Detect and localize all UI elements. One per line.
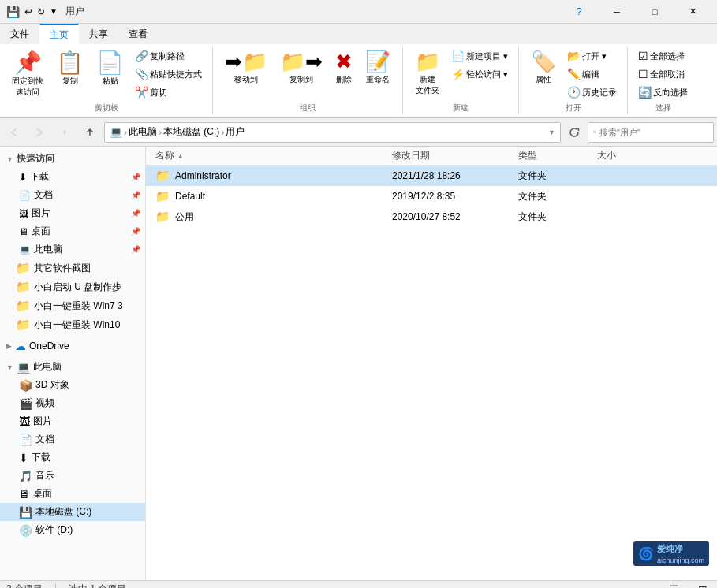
sidebar-item-video[interactable]: 🎬 视频: [0, 394, 145, 412]
table-row[interactable]: 📁 公用 2020/10/27 8:52 文件夹: [146, 207, 717, 227]
nav-forward-button[interactable]: [28, 121, 50, 143]
file-name-administrator: 📁 Administrator: [149, 169, 386, 183]
sidebar-quick-access-header[interactable]: ▼ 快速访问: [0, 150, 145, 168]
pin-icon: 📌: [14, 50, 42, 76]
sidebar-item-xiaobai-u[interactable]: 📁 小白启动 U 盘制作步: [0, 277, 145, 296]
search-box[interactable]: [588, 122, 714, 143]
sidebar-item-xiaobai-win10[interactable]: 📁 小白一键重装 Win10: [0, 315, 145, 334]
pin-icon4: 📌: [131, 227, 140, 236]
minimize-button[interactable]: ─: [599, 0, 635, 24]
new-folder-button[interactable]: 📁 新建文件夹: [409, 47, 446, 99]
pin-icon3: 📌: [131, 209, 140, 218]
folder-icon-other: 📁: [16, 261, 31, 275]
paste-shortcut-button[interactable]: 📎 粘贴快捷方式: [131, 65, 206, 83]
deselect-all-button[interactable]: ☐ 全部取消: [634, 65, 692, 83]
quick-access-undo-icon[interactable]: ↩: [24, 6, 32, 17]
col-size[interactable]: 大小: [591, 149, 654, 162]
sidebar-item-other-software[interactable]: 📁 其它软件截图: [0, 259, 145, 277]
nav-back-button[interactable]: [3, 121, 25, 143]
file-type-administrator: 文件夹: [512, 169, 591, 183]
sidebar-item-desktop2[interactable]: 🖥 桌面: [0, 485, 145, 503]
tab-home[interactable]: 主页: [39, 24, 79, 44]
table-row[interactable]: 📁 Administrator 2021/1/28 18:26 文件夹: [146, 166, 717, 186]
sidebar-item-thispc-header[interactable]: ▼ 💻 此电脑: [0, 358, 145, 376]
rename-button[interactable]: 📝 重命名: [360, 47, 396, 87]
help-button[interactable]: ?: [561, 0, 597, 24]
ribbon-tab-bar: 文件 主页 共享 查看: [0, 24, 717, 44]
maximize-button[interactable]: □: [637, 0, 673, 24]
view-details-icon[interactable]: ☰: [666, 582, 682, 589]
thispc-header-label: 此电脑: [33, 360, 62, 374]
thispc-header-icon: 💻: [17, 361, 30, 374]
status-separator: [55, 584, 56, 589]
copy-button[interactable]: 📋 复制: [50, 47, 89, 89]
delete-icon: ✖: [335, 50, 353, 74]
onedrive-arrow: ▶: [6, 342, 12, 350]
new-item-button[interactable]: 📄 新建项目 ▾: [447, 47, 512, 65]
tab-share[interactable]: 共享: [79, 24, 118, 44]
ribbon-group-select: ☑ 全部选择 ☐ 全部取消 🔄 反向选择 选择: [628, 47, 698, 114]
sidebar-item-downloads[interactable]: ⬇ 下载: [0, 448, 145, 467]
history-button[interactable]: 🕐 历史记录: [563, 84, 621, 101]
sidebar-xiaobai-u-label: 小白启动 U 盘制作步: [34, 281, 121, 294]
open-button[interactable]: 📂 打开 ▾: [563, 47, 621, 65]
status-bar: 3 个项目 选中 1 个项目 ☰ ⊞: [0, 580, 717, 588]
video-icon: 🎬: [19, 397, 32, 410]
sidebar-item-music[interactable]: 🎵 音乐: [0, 467, 145, 485]
tab-file[interactable]: 文件: [0, 24, 39, 44]
cut-button[interactable]: ✂️ 剪切: [131, 84, 206, 101]
sidebar-item-xiaobai-win7[interactable]: 📁 小白一键重装 Win7 3: [0, 296, 145, 315]
sidebar-item-disk-d[interactable]: 💿 软件 (D:): [0, 521, 145, 539]
move-to-button[interactable]: ➡📁 移动到: [219, 47, 273, 87]
organize-items: ➡📁 移动到 📁➡ 复制到 ✖ 删除 📝 重命名: [219, 47, 396, 101]
select-items: ☑ 全部选择 ☐ 全部取消 🔄 反向选择: [634, 47, 692, 101]
tab-view[interactable]: 查看: [118, 24, 158, 44]
refresh-button[interactable]: [564, 122, 584, 143]
delete-button[interactable]: ✖ 删除: [330, 47, 358, 87]
sidebar-pictures-label: 图片: [32, 207, 50, 220]
sidebar-item-onedrive[interactable]: ▶ ☁ OneDrive: [0, 337, 145, 355]
path-dropdown-icon[interactable]: ▼: [548, 128, 555, 136]
edit-button[interactable]: ✏️ 编辑: [563, 65, 621, 83]
desktop-icon: 🖥: [19, 226, 28, 237]
folder-icon-xiaobai-u: 📁: [16, 280, 31, 294]
sidebar-item-download[interactable]: ⬇ 下载 📌: [0, 168, 145, 186]
sidebar-item-thispc-quick[interactable]: 💻 此电脑 📌: [0, 240, 145, 259]
window-controls: ? ─ □ ✕: [561, 0, 711, 24]
pin-to-quick-access-button[interactable]: 📌 固定到快速访问: [6, 47, 49, 100]
select-group-label: 选择: [655, 101, 671, 114]
sidebar-item-images[interactable]: 🖼 图片: [0, 412, 145, 430]
select-all-button[interactable]: ☑ 全部选择: [634, 47, 692, 65]
quick-access-redo-icon[interactable]: ↻: [37, 6, 45, 17]
table-row[interactable]: 📁 Default 2019/12/2 8:35 文件夹: [146, 186, 717, 207]
copy-path-button[interactable]: 🔗 复制路径: [131, 47, 206, 65]
file-type-public: 文件夹: [512, 210, 591, 224]
folder-icon-win10: 📁: [16, 318, 31, 332]
paste-button[interactable]: 📄 粘贴: [91, 47, 129, 89]
open-extras: 📂 打开 ▾ ✏️ 编辑 🕐 历史记录: [563, 47, 621, 101]
sidebar-item-docs[interactable]: 📄 文档 📌: [0, 186, 145, 204]
col-date[interactable]: 修改日期: [386, 149, 512, 162]
quick-access-save-icon[interactable]: 💾: [6, 6, 20, 18]
col-name[interactable]: 名称 ▲: [149, 149, 386, 162]
quick-access-down-icon[interactable]: ▼: [50, 7, 58, 16]
copy-to-button[interactable]: 📁➡ 复制到: [274, 47, 328, 87]
path-drive[interactable]: 本地磁盘 (C:): [163, 125, 219, 139]
sidebar-item-pictures[interactable]: 🖼 图片 📌: [0, 204, 145, 222]
nav-recent-button[interactable]: ▼: [54, 121, 76, 143]
sidebar-item-local-disk-c[interactable]: 💾 本地磁盘 (C:): [0, 503, 145, 521]
address-path[interactable]: 💻 › 此电脑 › 本地磁盘 (C:) › 用户 ▼: [104, 122, 561, 143]
invert-selection-button[interactable]: 🔄 反向选择: [634, 84, 692, 101]
easy-access-button[interactable]: ⚡ 轻松访问 ▾: [447, 65, 512, 83]
path-current[interactable]: 用户: [226, 125, 245, 139]
path-thispc[interactable]: 此电脑: [129, 125, 157, 139]
sidebar-item-documents[interactable]: 📄 文档: [0, 430, 145, 448]
properties-button[interactable]: 🏷️ 属性: [525, 47, 562, 87]
nav-up-button[interactable]: [79, 121, 101, 143]
view-tiles-icon[interactable]: ⊞: [695, 582, 711, 589]
close-button[interactable]: ✕: [674, 0, 711, 24]
sidebar-item-desktop[interactable]: 🖥 桌面 📌: [0, 222, 145, 240]
search-input[interactable]: [599, 128, 708, 137]
sidebar-item-3d[interactable]: 📦 3D 对象: [0, 376, 145, 394]
col-type[interactable]: 类型: [512, 149, 591, 162]
